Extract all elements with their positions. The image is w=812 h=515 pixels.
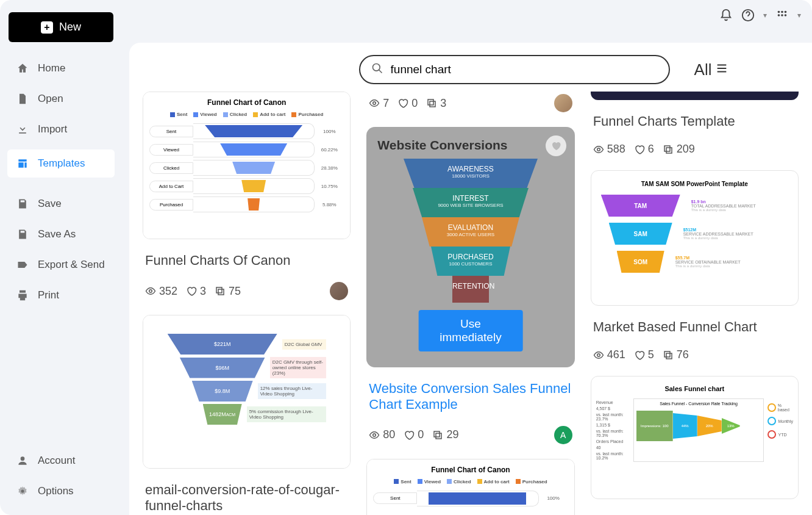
search-box[interactable]	[359, 55, 670, 84]
nav-save[interactable]: Save	[7, 190, 115, 218]
nav-import[interactable]: Import	[7, 115, 115, 143]
svg-point-7	[781, 14, 783, 16]
card-title: Funnel Charts Of Canon	[145, 253, 348, 268]
import-icon	[16, 123, 29, 136]
thumb-title: Sales Funnel chart	[596, 385, 793, 392]
chevron-down-icon[interactable]: ▾	[797, 11, 801, 20]
account-icon	[16, 454, 29, 467]
nav-home[interactable]: Home	[7, 54, 115, 82]
template-card-website-conversions-hovered[interactable]: Website Conversions AWARENESS18000 VISIT…	[366, 127, 574, 367]
main-panel: All Funnel Chart of Canon Sent Viewed Cl…	[129, 43, 812, 515]
thumb-title: Funnel Chart of Canon	[149, 98, 344, 107]
card-title: email-conversion-rate-of-cougar-funnel-c…	[145, 482, 348, 514]
save-icon	[16, 197, 29, 211]
search-icon	[371, 62, 383, 77]
author-avatar[interactable]: A	[554, 426, 572, 444]
card-meta: 461 5 76	[593, 348, 796, 361]
author-avatar[interactable]	[330, 282, 348, 300]
gear-icon	[16, 484, 29, 498]
chevron-down-icon[interactable]: ▾	[763, 11, 767, 20]
svg-rect-23	[666, 353, 672, 359]
help-icon[interactable]	[741, 9, 755, 22]
svg-point-0	[21, 456, 25, 461]
thumb-title: Funnel Chart of Canon	[373, 466, 568, 474]
svg-point-16	[373, 434, 376, 437]
bell-icon[interactable]	[719, 9, 733, 22]
svg-rect-21	[664, 146, 670, 151]
file-icon	[16, 92, 29, 106]
thumb-title: TAM SAM SOM PowerPoint Template	[601, 181, 788, 187]
sidebar: + New Home Open Import Templates Save Sa…	[0, 0, 122, 515]
svg-rect-15	[428, 99, 433, 105]
template-card-canon[interactable]: Funnel Chart of Canon Sent Viewed Clicke…	[143, 92, 351, 239]
menu-icon	[715, 60, 728, 79]
svg-point-10	[149, 290, 152, 293]
svg-point-6	[778, 14, 780, 16]
svg-point-19	[597, 148, 600, 151]
svg-rect-20	[666, 148, 672, 153]
template-card-sales-funnel[interactable]: Sales Funnel chart Revenue4,507 $vs. las…	[591, 376, 799, 499]
nav-saveas[interactable]: Save As	[7, 220, 115, 248]
svg-rect-12	[216, 287, 222, 293]
thumb-title: Website Conversions	[377, 138, 563, 153]
svg-point-8	[785, 14, 787, 16]
nav-account[interactable]: Account	[7, 447, 115, 475]
svg-point-22	[597, 353, 600, 356]
thumb-legend: Sent Viewed Clicked Add to cart Purchase…	[149, 112, 344, 117]
apps-icon[interactable]	[775, 9, 789, 22]
new-button-label: New	[59, 21, 81, 34]
plus-icon: +	[41, 21, 53, 34]
home-icon	[16, 62, 29, 75]
template-card-email-conversion[interactable]: $221MD2C Global GMV$96MD2C GMV through s…	[143, 315, 351, 469]
topbar: ▾ ▾	[719, 9, 801, 22]
nav-options[interactable]: Options	[7, 477, 115, 505]
favorite-button[interactable]	[546, 135, 566, 156]
nav-open[interactable]: Open	[7, 85, 115, 113]
author-avatar[interactable]	[554, 94, 572, 112]
card-title: Market Based Funnel Chart	[593, 319, 796, 335]
card-title: Funnel Charts Template	[593, 113, 796, 129]
export-icon	[16, 258, 29, 272]
card-meta: 588 6 209	[593, 143, 796, 156]
templates-icon	[16, 157, 29, 170]
svg-point-5	[785, 11, 787, 13]
svg-point-3	[778, 11, 780, 13]
nav-print[interactable]: Print	[7, 281, 115, 309]
card-meta-top: 7 0 3	[369, 94, 572, 112]
template-card-canon-2[interactable]: Funnel Chart of Canon SentViewedClickedA…	[366, 459, 574, 515]
svg-rect-17	[436, 433, 441, 439]
nav-export[interactable]: Export & Send	[7, 251, 115, 279]
print-icon	[16, 289, 29, 302]
nav-templates[interactable]: Templates	[7, 149, 115, 178]
card-meta: 80 0 29 A	[369, 426, 572, 444]
svg-rect-14	[430, 101, 435, 107]
svg-rect-24	[664, 351, 670, 357]
card-meta: 352 3 75	[145, 282, 348, 300]
svg-point-13	[373, 102, 376, 105]
svg-rect-11	[218, 289, 224, 295]
template-card-partial[interactable]	[591, 92, 799, 100]
template-card-tamsom[interactable]: TAM SAM SOM PowerPoint Template TAM$1.9 …	[591, 170, 799, 306]
svg-point-9	[372, 64, 380, 71]
use-immediately-button[interactable]: Use immediately	[419, 310, 523, 351]
card-title: Website Conversion Sales Funnel Chart Ex…	[369, 381, 572, 412]
search-input[interactable]	[391, 63, 658, 76]
svg-point-4	[781, 11, 783, 13]
new-button[interactable]: + New	[9, 12, 113, 42]
svg-rect-18	[434, 431, 440, 437]
saveas-icon	[16, 228, 29, 241]
filter-all[interactable]: All	[694, 60, 729, 79]
